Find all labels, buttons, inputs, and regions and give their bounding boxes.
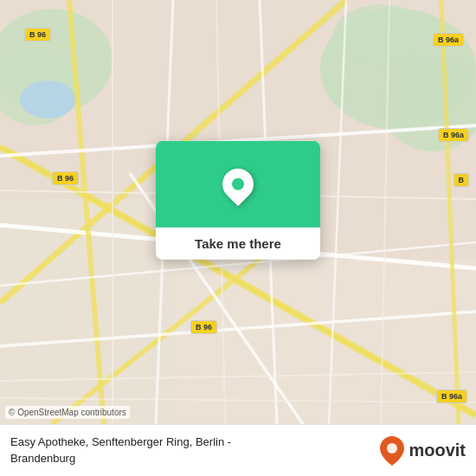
- map-container: B 96 B 96 B 96a B 96a B B 96 B 96a Take …: [0, 0, 476, 424]
- pin-outer: [216, 162, 261, 206]
- footer-location-text: Easy Apotheke, Senftenberger Ring, Berli…: [10, 434, 231, 466]
- moovit-logo: moovit: [380, 436, 466, 466]
- popup-header: [156, 141, 320, 228]
- pin-inner: [232, 178, 244, 190]
- road-label-b96a-midright: B 96a: [438, 128, 469, 142]
- road-label-b96-topleft: B 96: [24, 28, 51, 42]
- svg-point-29: [387, 443, 397, 453]
- popup-card: Take me there: [156, 141, 320, 260]
- road-label-b96-bottomcenter: B 96: [190, 320, 217, 334]
- footer: Easy Apotheke, Senftenberger Ring, Berli…: [0, 424, 476, 476]
- road-label-b-right: B: [453, 173, 470, 187]
- svg-point-3: [333, 4, 428, 65]
- moovit-text-label: moovit: [408, 441, 466, 460]
- take-me-there-button[interactable]: Take me there: [195, 236, 281, 251]
- road-label-b96-midleft: B 96: [52, 171, 79, 185]
- svg-point-6: [20, 80, 75, 119]
- location-pin: [222, 168, 254, 201]
- map-attribution: © OpenStreetMap contributors: [5, 406, 130, 419]
- road-label-b96a-topright: B 96a: [433, 33, 464, 47]
- footer-logo: moovit: [380, 436, 466, 466]
- moovit-pin-icon: [380, 436, 404, 466]
- road-label-b96a-bottomright: B 96a: [436, 389, 467, 403]
- popup-footer[interactable]: Take me there: [156, 228, 320, 260]
